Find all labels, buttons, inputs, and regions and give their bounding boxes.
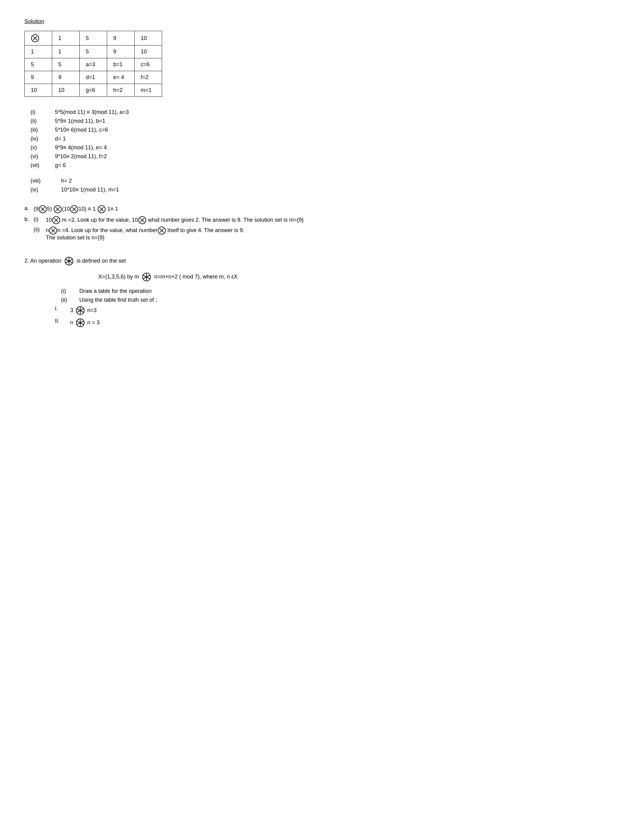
otimes-icon (52, 216, 60, 224)
otimes-icon (70, 205, 78, 213)
otimes-icon (98, 205, 106, 213)
table-header-1: 1 (52, 31, 80, 45)
part-b-ii: (ii) nn =4. Look up for the value, what … (34, 226, 312, 241)
list-item: (v) 9*9≡ 4(mod 11), e= 4 (31, 144, 312, 151)
table-row: 5 (25, 58, 52, 71)
list-item: (ii) Using the table find truth set of ; (61, 297, 312, 303)
table-row: 10 (135, 45, 162, 58)
section-ab: a. (95) (1010) ≡ 1 1≡ 1 b. (i) 10 m =2, … (24, 205, 312, 241)
item-content: 5*9≡ 1(mod 11), b=1 (55, 118, 312, 124)
part-b-ii-line2: The solution set is n={9} (46, 234, 244, 241)
table-header-otimes (25, 31, 52, 45)
part-a: a. (95) (1010) ≡ 1 1≡ 1 (24, 205, 312, 213)
otimes-icon (49, 226, 57, 234)
part2-definition: X=(1,3,5,6) by m n=m+n+2 ( mod 7), where… (24, 272, 312, 282)
table-row: f=2 (135, 71, 162, 84)
list-item: (ii) 5*9≡ 1(mod 11), b=1 (31, 118, 312, 124)
table-header-10: 10 (135, 31, 162, 45)
table-row: g=6 (80, 84, 107, 97)
item-content: 5*5(mod 11) ≡ 3(mod 11), a=3 (55, 109, 312, 115)
asterisk-star-icon (75, 318, 85, 328)
item-content: g= 6 (55, 162, 312, 168)
item-label: (v) (31, 144, 55, 151)
item-content: d= 1 (55, 136, 312, 142)
otimes-icon (158, 226, 166, 234)
sub-content: n n = 3 (70, 318, 312, 328)
table-row: 10 (52, 84, 80, 97)
table-row: c=6 (135, 58, 162, 71)
solution-heading: Solution (24, 18, 312, 25)
workings-list-2: (viii) h= 2 (ix) 10*10≡ 1(mod 11), m=1 (24, 178, 312, 193)
otimes-icon (39, 205, 47, 213)
part-b-ii-line1: nn =4. Look up for the value, what numbe… (46, 226, 244, 234)
table-row: 9 (25, 71, 52, 84)
item-label: (i) (61, 288, 79, 294)
otimes-icon (138, 216, 146, 224)
part-b-ii-content: nn =4. Look up for the value, what numbe… (46, 226, 244, 241)
item-label: (vii) (31, 162, 55, 168)
part-b-label: b. (24, 216, 34, 223)
table-row: a=3 (80, 58, 107, 71)
table-row: 5 (80, 45, 107, 58)
item-content: 9*10≡ 2(mod 11), f=2 (55, 153, 312, 160)
list-item: (vii) g= 6 (31, 162, 312, 168)
item-label: (iv) (31, 136, 55, 142)
table-row: 10 (25, 84, 52, 97)
part2-list: (i) Draw a table for the operation (ii) … (24, 288, 312, 303)
item-label: (ix) (31, 187, 61, 193)
table-row: 5 (52, 58, 80, 71)
item-label: (ii) (61, 297, 79, 303)
part-b-i-label: (i) (34, 216, 46, 224)
list-item: (iii) 5*10≡ 6(mod 11), c=6 (31, 127, 312, 133)
item-content: 9*9≡ 4(mod 11), e= 4 (55, 144, 312, 151)
part-a-content: (95) (1010) ≡ 1 1≡ 1 (34, 205, 312, 213)
part2-section: 2. An operation is defined on the set X=… (24, 256, 312, 328)
asterisk-star-icon (75, 306, 85, 315)
item-content: 5*10≡ 6(mod 11), c=6 (55, 127, 312, 133)
list-item: (i) 5*5(mod 11) ≡ 3(mod 11), a=3 (31, 109, 312, 115)
part-a-label: a. (24, 205, 34, 212)
item-label: (iii) (31, 127, 55, 133)
otimes-icon (54, 205, 62, 213)
operation-table: 1 5 9 10 1 1 5 9 10 5 5 a=3 b=1 c=6 9 9 … (24, 31, 162, 97)
asterisk-star-icon (142, 272, 152, 282)
sub-item: I. 3 n=3 (55, 306, 312, 315)
table-row: h=2 (107, 84, 135, 97)
table-header-9: 9 (107, 31, 135, 45)
table-row: d=1 (80, 71, 107, 84)
table-header-5: 5 (80, 31, 107, 45)
asterisk-star-icon (64, 256, 74, 266)
item-content: Using the table find truth set of ; (79, 297, 312, 303)
table-row: b=1 (107, 58, 135, 71)
part-b: b. (i) 10 m =2, Look up for the value, 1… (24, 216, 312, 241)
table-row: m=1 (135, 84, 162, 97)
list-item: (i) Draw a table for the operation (61, 288, 312, 294)
part2-sublist: I. 3 n=3 II. n (24, 306, 312, 328)
list-item: (vi) 9*10≡ 2(mod 11), f=2 (31, 153, 312, 160)
item-content: h= 2 (61, 178, 312, 184)
table-row: 1 (52, 45, 80, 58)
workings-list: (i) 5*5(mod 11) ≡ 3(mod 11), a=3 (ii) 5*… (24, 109, 312, 168)
part2-header: 2. An operation is defined on the set (24, 256, 312, 266)
item-label: (viii) (31, 178, 61, 184)
sub-item: II. n n = 3 (55, 318, 312, 328)
list-item: (viii) h= 2 (31, 178, 312, 184)
sub-content: 3 n=3 (70, 306, 312, 315)
item-content: 10*10≡ 1(mod 11), m=1 (61, 187, 312, 193)
table-row: 9 (52, 71, 80, 84)
part-b-i: (i) 10 m =2, Look up for the value, 10 w… (34, 216, 312, 224)
list-item: (iv) d= 1 (31, 136, 312, 142)
item-label: (i) (31, 109, 55, 115)
list-item: (ix) 10*10≡ 1(mod 11), m=1 (31, 187, 312, 193)
sub-label: II. (55, 318, 70, 328)
part-b-ii-label: (ii) (34, 226, 46, 233)
otimes-icon (31, 34, 39, 42)
item-content: Draw a table for the operation (79, 288, 312, 294)
table-row: 1 (25, 45, 52, 58)
table-row: 9 (107, 45, 135, 58)
part-b-i-text: 10 m =2, Look up for the value, 10 what … (46, 216, 304, 224)
part-b-content: (i) 10 m =2, Look up for the value, 10 w… (34, 216, 312, 241)
sub-label: I. (55, 306, 70, 315)
item-label: (ii) (31, 118, 55, 124)
table-row: e= 4 (107, 71, 135, 84)
